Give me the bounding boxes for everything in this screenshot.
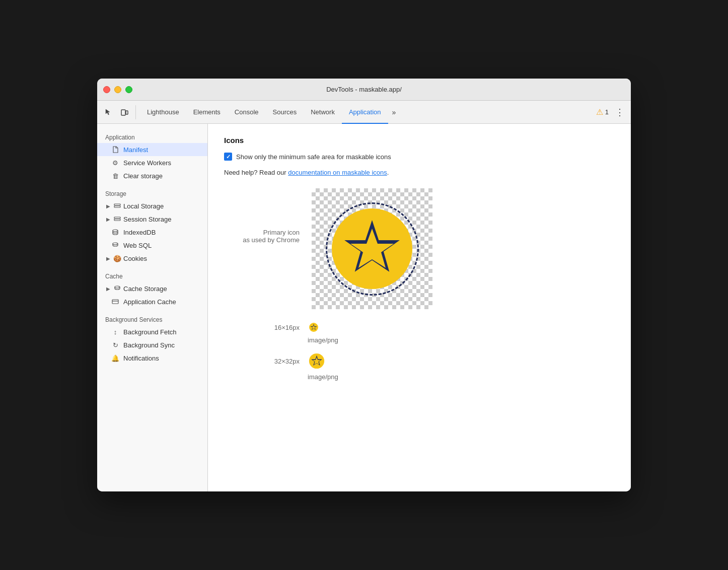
primary-icon-row: Primary icon as used by Chrome	[224, 188, 615, 309]
local-storage-icon	[113, 202, 121, 210]
content-area: Application Manifest ⚙ Service Workers 🗑…	[97, 124, 631, 491]
svg-rect-2	[114, 204, 120, 205]
tab-elements[interactable]: Elements	[186, 101, 228, 124]
divider-1	[97, 182, 207, 186]
more-options-button[interactable]: ⋮	[613, 105, 627, 119]
sidebar-item-web-sql[interactable]: Web SQL	[97, 239, 207, 252]
help-text: Need help? Read our documentation on mas…	[224, 169, 615, 176]
tab-application[interactable]: Application	[342, 101, 388, 124]
sidebar-item-clear-storage[interactable]: 🗑 Clear storage	[97, 169, 207, 182]
background-fetch-icon: ↕	[111, 328, 119, 336]
background-sync-icon: ↻	[111, 341, 119, 349]
primary-icon-label-line1: Primary icon	[224, 229, 300, 236]
sidebar-item-background-fetch[interactable]: ↕ Background Fetch	[97, 325, 207, 338]
documentation-link[interactable]: documentation on maskable icons	[288, 169, 387, 176]
web-sql-icon	[111, 241, 119, 249]
icon-32-size-label: 32×32px	[274, 358, 300, 365]
arrow-icon-4: ▶	[105, 286, 111, 292]
help-text-suffix: .	[387, 169, 389, 176]
sidebar-session-storage-label: Session Storage	[123, 216, 171, 223]
divider-3	[97, 308, 207, 312]
arrow-icon: ▶	[105, 203, 111, 209]
icon-16-size-label: 16×16px	[274, 324, 300, 331]
sidebar-cookies-label: Cookies	[123, 255, 147, 262]
sidebar-item-session-storage[interactable]: ▶ Session Storage	[97, 212, 207, 226]
toolbar-icons	[101, 105, 136, 119]
checkbox-label: Show only the minimum safe area for mask…	[236, 153, 391, 161]
primary-icon-preview	[312, 188, 432, 309]
icon-16-type-row: image/png	[224, 336, 615, 344]
tab-sources[interactable]: Sources	[266, 101, 304, 124]
application-cache-icon	[111, 298, 119, 306]
svg-rect-0	[121, 110, 125, 115]
divider-2	[97, 265, 207, 269]
svg-point-7	[113, 243, 118, 245]
sidebar-item-manifest[interactable]: Manifest	[97, 143, 207, 156]
devtools-window: DevTools - maskable.app/ Lighthouse Elem…	[97, 79, 631, 491]
icon-32-type: image/png	[308, 373, 338, 381]
icons-section-title: Icons	[224, 136, 615, 145]
primary-icon-label-line2: as used by Chrome	[224, 236, 300, 244]
sidebar: Application Manifest ⚙ Service Workers 🗑…	[97, 124, 208, 491]
warning-badge[interactable]: ⚠ 1	[596, 107, 609, 117]
sidebar-item-service-workers[interactable]: ⚙ Service Workers	[97, 156, 207, 169]
minimize-button[interactable]	[114, 86, 121, 93]
safe-area-circle	[326, 202, 419, 296]
toolbar: Lighthouse Elements Console Sources Netw…	[97, 101, 631, 124]
notifications-icon: 🔔	[111, 354, 119, 362]
device-toolbar-button[interactable]	[117, 105, 131, 119]
service-workers-icon: ⚙	[111, 159, 119, 167]
svg-point-6	[113, 230, 118, 232]
icon-32-preview	[308, 352, 326, 370]
icon-32-row: 32×32px	[224, 352, 615, 370]
sidebar-manifest-label: Manifest	[123, 146, 148, 154]
sidebar-clear-storage-label: Clear storage	[123, 172, 163, 180]
tab-console[interactable]: Console	[228, 101, 266, 124]
inspect-tool-button[interactable]	[101, 105, 115, 119]
sidebar-local-storage-label: Local Storage	[123, 202, 164, 210]
sidebar-background-section: Background Services	[97, 312, 207, 325]
tab-overflow-button[interactable]: »	[388, 101, 400, 124]
svg-rect-4	[114, 217, 120, 219]
main-content: Icons Show only the minimum safe area fo…	[208, 124, 631, 491]
icon-16-label-group: 16×16px	[224, 323, 300, 332]
close-button[interactable]	[103, 86, 110, 93]
sidebar-storage-section: Storage	[97, 186, 207, 199]
sidebar-item-cookies[interactable]: ▶ 🍪 Cookies	[97, 252, 207, 265]
clear-storage-icon: 🗑	[111, 172, 119, 180]
sidebar-item-notifications[interactable]: 🔔 Notifications	[97, 351, 207, 365]
svg-rect-9	[112, 300, 118, 304]
sidebar-web-sql-label: Web SQL	[123, 242, 152, 249]
indexeddb-icon	[111, 228, 119, 236]
sidebar-item-indexeddb[interactable]: IndexedDB	[97, 226, 207, 239]
sidebar-background-sync-label: Background Sync	[123, 341, 175, 349]
icon-32-label-group: 32×32px	[224, 357, 300, 366]
sidebar-cache-storage-label: Cache Storage	[123, 285, 167, 293]
window-title: DevTools - maskable.app/	[326, 86, 402, 93]
tab-network[interactable]: Network	[304, 101, 342, 124]
sidebar-item-local-storage[interactable]: ▶ Local Storage	[97, 199, 207, 212]
svg-rect-1	[126, 111, 128, 114]
icon-16-preview	[308, 321, 320, 333]
sidebar-application-section: Application	[97, 130, 207, 143]
primary-icon-labels: Primary icon as used by Chrome	[224, 188, 300, 244]
maskable-checkbox[interactable]	[224, 153, 232, 161]
warning-count: 1	[605, 108, 609, 116]
sidebar-service-workers-label: Service Workers	[123, 159, 171, 167]
session-storage-icon	[113, 215, 121, 223]
icon-16-type: image/png	[308, 336, 338, 344]
svg-rect-3	[114, 206, 120, 207]
tabs-bar: Lighthouse Elements Console Sources Netw…	[140, 101, 400, 124]
sidebar-item-cache-storage[interactable]: ▶ Cache Storage	[97, 282, 207, 295]
icon-32-type-row: image/png	[224, 373, 615, 381]
tab-lighthouse[interactable]: Lighthouse	[140, 101, 186, 124]
manifest-icon	[111, 146, 119, 154]
sidebar-item-application-cache[interactable]: Application Cache	[97, 295, 207, 308]
arrow-icon-3: ▶	[105, 255, 111, 261]
sidebar-item-background-sync[interactable]: ↻ Background Sync	[97, 338, 207, 351]
toolbar-right: ⚠ 1 ⋮	[596, 105, 627, 119]
sidebar-notifications-label: Notifications	[123, 354, 159, 362]
maximize-button[interactable]	[125, 86, 132, 93]
help-text-prefix: Need help? Read our	[224, 169, 288, 176]
checkbox-row: Show only the minimum safe area for mask…	[224, 153, 615, 161]
